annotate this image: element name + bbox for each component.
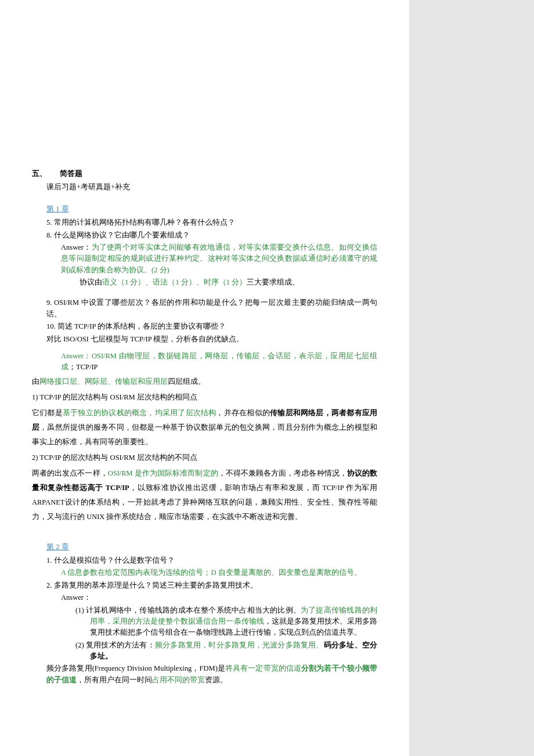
tcp-layers-green: 网络接口层、网际层、传输层和应用层 — [39, 377, 168, 386]
heading-text: 简答题 — [60, 168, 82, 179]
ch2-item-2: (2) 复用技术的方法有：频分多路复用，时分多路复用，光波分多路复用、码分多址、… — [32, 640, 377, 663]
ch2-answer-label: Answer： — [32, 592, 377, 603]
i2-b: 频分多路复用，时分多路复用，光波分多路复用、 — [155, 641, 324, 649]
fdm-c: 分割 — [301, 664, 316, 672]
ch1-p1-body: 它们都是基于独立的协议栈的概念，均采用了层次结构，并存在相似的传输层和网络层，两… — [32, 406, 377, 449]
i2-a: 复用技术的方法有： — [84, 641, 155, 649]
tcp-pre: 由 — [32, 377, 39, 386]
osi-ans-label: Answer： — [61, 352, 92, 360]
ch1-osi-answer: Answer：OSI/RM 由物理层，数据链路层，网络层，传输层，会话层，表示层… — [32, 351, 377, 373]
ch1-q9: 9. OSI/RM 中设置了哪些层次？各层的作用和功能是什么？把每一层次最主要的… — [32, 297, 377, 320]
p1-a: 它们都是 — [32, 409, 63, 417]
heading-number: 五、 — [32, 168, 47, 179]
osi-layers: OSI/RM 由物理层，数据链路层，网络层，传输层，会话层，表示层，应用层七层组… — [61, 352, 377, 371]
osi-tcp-suffix: ；TCP/IP — [68, 363, 98, 371]
i1-label: (1) — [75, 606, 84, 614]
p1-e: ，虽然所提供的服务不同，但都是一种基于协议数据单元的包交换网，而且分别作为概念上… — [32, 423, 377, 446]
i2-label: (2) — [75, 641, 84, 649]
ch1-p2-title: 2) TCP/IP 的层次结构与 OSI/RM 层次结构的不同点 — [32, 451, 377, 465]
ch2-item-1: (1) 计算机网络中，传输线路的成本在整个系统中占相当大的比例。为了提高传输线路… — [32, 605, 377, 639]
subtitle: 课后习题+考研真题+补充 — [32, 182, 377, 193]
answer-label: Answer： — [61, 243, 92, 251]
ch1-p1-title: 1) TCP/IP 的层次结构与 OSI/RM 层次结构的相同点 — [32, 390, 377, 405]
ch2-q2: 2. 多路复用的基本原理是什么？简述三种主要的多路复用技术。 — [32, 580, 377, 591]
q8-answer-text-1: 为了使两个对等实体之间能够有效地通信，对等实体需要交换什么信息、如何交换信息等问… — [61, 243, 377, 274]
p1-b: 基于独立的协议栈的概念，均采用了层次结构 — [63, 409, 217, 417]
q8-a2-green: 语义（1 分）、语法（1 分）、时序（1 分） — [102, 278, 247, 286]
section-heading: 五、 简答题 — [32, 168, 377, 179]
ch1-compare: 对比 ISO/OSI 七层模型与 TCP/IP 模型，分析各自的优缺点。 — [32, 334, 377, 345]
fdm-a: 频分多路复用(Frequency Division Multiplexing，F… — [46, 664, 225, 672]
ch2-fdm: 频分多路复用(Frequency Division Multiplexing，F… — [32, 663, 377, 686]
ch2-q1-answer: A 信息参数在给定范围内表现为连续的信号；D 自变量是离散的、因变量也是离散的信… — [32, 567, 377, 578]
ch2-q1: 1. 什么是模拟信号？什么是数字信号？ — [32, 555, 377, 566]
ch1-p2-body: 两者的出发点不一样，OSI/RM 是作为国际标准而制定的，不得不兼顾各方面，考虑… — [32, 466, 377, 524]
tcp-post: 四层组成。 — [168, 377, 205, 386]
p2-a: 两者的出发点不一样， — [32, 469, 108, 477]
i1-a: 计算机网络中，传输线路的成本在整个系统中占相当大的比例。 — [84, 606, 301, 614]
sidebar-panel — [409, 0, 534, 756]
chapter-1-title: 第 1 章 — [32, 204, 377, 215]
chapter-2-title: 第 2 章 — [32, 542, 377, 553]
fdm-g: 资源。 — [205, 676, 228, 684]
p1-c: ，并存在相似的 — [216, 409, 270, 417]
ch1-tcp-layers: 由网络接口层、网际层、传输层和应用层四层组成。 — [32, 375, 377, 389]
ch1-q8-answer-1: Answer：为了使两个对等实体之间能够有效地通信，对等实体需要交换什么信息、如… — [32, 242, 377, 276]
q8-a2-post: 三大要求组成。 — [247, 278, 300, 286]
ch1-q5: 5. 常用的计算机网络拓扑结构有哪几种？各有什么特点？ — [32, 217, 377, 228]
ch1-q10: 10. 简述 TCP/IP 的体系结构，各层的主要协议有哪些？ — [32, 321, 377, 332]
ch1-q8-answer-2: 协议由语义（1 分）、语法（1 分）、时序（1 分）三大要求组成。 — [32, 277, 377, 288]
p2-c: ，不得不兼顾各方面，考虑各种情况， — [218, 469, 347, 477]
q8-a2-pre: 协议由 — [80, 278, 102, 286]
fdm-b: 将具有一定带宽的信道 — [225, 664, 301, 672]
document-page: 五、 简答题 课后习题+考研真题+补充 第 1 章 5. 常用的计算机网络拓扑结… — [0, 0, 409, 756]
fdm-e: ，所有用户在同一时间 — [77, 676, 152, 684]
ch1-q8: 8. 什么是网络协议？它由哪几个要素组成？ — [32, 230, 377, 241]
p2-b: OSI/RM 是作为国际标准而制定的 — [108, 469, 218, 477]
fdm-f: 占用不同的带宽 — [152, 676, 205, 684]
